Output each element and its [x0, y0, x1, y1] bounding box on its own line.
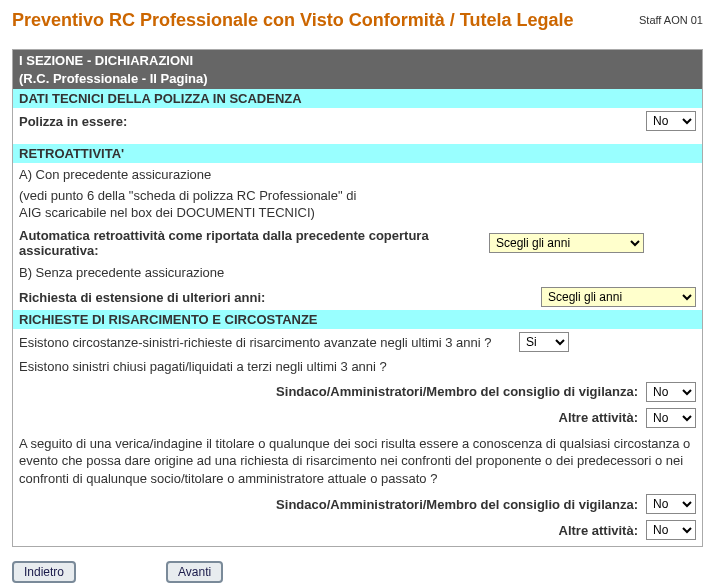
- section-header: I SEZIONE - DICHIARAZIONI (R.C. Professi…: [13, 50, 702, 89]
- risarcimento-header: RICHIESTE DI RISARCIMENTO E CIRCOSTANZE: [13, 310, 702, 329]
- retro-header: RETROATTIVITA': [13, 144, 702, 163]
- back-button[interactable]: Indietro: [12, 561, 76, 583]
- section-title-line1: I SEZIONE - DICHIARAZIONI: [19, 52, 696, 70]
- section-title-line2: (R.C. Professionale - II Pagina): [19, 70, 696, 88]
- retro-a-note1: (vedi punto 6 della "scheda di polizza R…: [13, 187, 702, 205]
- next-button[interactable]: Avanti: [166, 561, 223, 583]
- retro-ext-label: Richiesta di estensione di ulteriori ann…: [19, 290, 541, 305]
- retro-b-label: B) Senza precedente assicurazione: [13, 261, 702, 285]
- q2-label: Esistono sinistri chiusi pagati/liquidat…: [13, 355, 702, 379]
- polizza-label: Polizza in essere:: [19, 114, 646, 129]
- staff-label: Staff AON 01: [639, 10, 703, 26]
- retro-a-note2: AIG scaricabile nel box dei DOCUMENTI TE…: [13, 204, 702, 225]
- q3-altre-select[interactable]: No: [646, 520, 696, 540]
- q1-label: Esistono circostanze-sinistri-richieste …: [19, 335, 519, 350]
- q3-sindaco-label: Sindaco/Amministratori/Membro del consig…: [19, 497, 646, 512]
- q1-select[interactable]: Si: [519, 332, 569, 352]
- page-title: Preventivo RC Professionale con Visto Co…: [12, 10, 573, 31]
- q3-label: A seguito di una verica/indagine il tito…: [13, 431, 702, 492]
- retro-a-label: A) Con precedente assicurazione: [13, 163, 702, 187]
- q3-altre-label: Altre attività:: [19, 523, 646, 538]
- polizza-select[interactable]: No: [646, 111, 696, 131]
- retro-auto-select[interactable]: Scegli gli anni: [489, 233, 644, 253]
- q2-altre-select[interactable]: No: [646, 408, 696, 428]
- q2-altre-label: Altre attività:: [19, 410, 646, 425]
- q2-sindaco-select[interactable]: No: [646, 382, 696, 402]
- retro-ext-select[interactable]: Scegli gli anni: [541, 287, 696, 307]
- dati-tecnici-header: DATI TECNICI DELLA POLIZZA IN SCADENZA: [13, 89, 702, 108]
- form-container: I SEZIONE - DICHIARAZIONI (R.C. Professi…: [12, 49, 703, 547]
- q2-sindaco-label: Sindaco/Amministratori/Membro del consig…: [19, 384, 646, 399]
- retro-auto-label: Automatica retroattività come riportata …: [19, 228, 489, 258]
- q3-sindaco-select[interactable]: No: [646, 494, 696, 514]
